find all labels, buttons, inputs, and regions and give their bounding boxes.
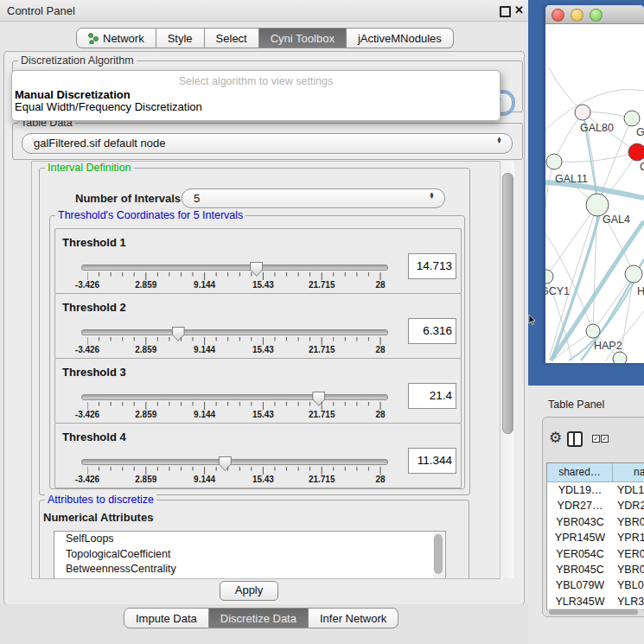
slider-track[interactable]: [81, 394, 388, 400]
zoom-traffic-light-icon[interactable]: [590, 9, 603, 22]
attribute-list-item[interactable]: TopologicalCoefficient: [54, 547, 445, 563]
threshold-value-field[interactable]: 21.4: [408, 383, 456, 409]
numerical-attributes-list[interactable]: SelfLoopsTopologicalCoefficientBetweenne…: [54, 531, 446, 579]
gear-icon[interactable]: ⚙: [549, 429, 562, 447]
HAP2-node[interactable]: [586, 324, 600, 338]
network-edge: [549, 67, 583, 112]
cell-name[interactable]: YDR2: [613, 498, 644, 513]
columns-icon[interactable]: [567, 431, 583, 447]
bottom-node[interactable]: [613, 352, 627, 363]
network-edge: [554, 152, 637, 163]
group-title: Interval Definition: [45, 162, 134, 174]
cell-shared-name[interactable]: YLR345W: [547, 594, 613, 609]
threshold-value-field[interactable]: 6.316: [408, 318, 456, 344]
network-window-titlebar[interactable]: [545, 5, 644, 24]
node-label: GA: [636, 126, 644, 138]
scrollbar-thumb[interactable]: [549, 609, 638, 615]
cell-shared-name[interactable]: YDR27…: [547, 498, 613, 513]
slider-ticks: [87, 272, 382, 281]
cell-shared-name[interactable]: YPR145W: [547, 530, 613, 545]
table-horizontal-scrollbar[interactable]: [547, 609, 642, 615]
slider-track[interactable]: [81, 329, 388, 335]
close-icon[interactable]: ✕: [514, 3, 524, 16]
GAL80-node[interactable]: [575, 105, 590, 120]
threshold-value-field[interactable]: 11.344: [408, 448, 456, 474]
slider-tick-label: 28: [375, 345, 385, 354]
table-row[interactable]: YPR145W YPR1: [547, 530, 644, 545]
node-table[interactable]: shared… na YDL19… YDL1 YDR27… YDR2 YBR04…: [546, 462, 644, 610]
combo-value: 5: [194, 192, 200, 205]
table-row[interactable]: YBR045C YBR0: [547, 562, 644, 577]
red-node[interactable]: [628, 143, 644, 161]
tab-label: Discretize Data: [220, 612, 296, 625]
checkbox-icon[interactable]: ✓: [601, 435, 609, 443]
cell-name[interactable]: YBL0: [613, 577, 644, 593]
thresholds-group: Threshold's Coordinates for 5 Intervals …: [49, 215, 465, 489]
corner-node[interactable]: [624, 111, 640, 126]
scrollbar-thumb[interactable]: [434, 534, 443, 574]
tab-infer-network[interactable]: Infer Network: [309, 608, 399, 628]
popup-option-manual-discretization[interactable]: Manual Discretization: [15, 88, 131, 101]
cell-name[interactable]: YLR3: [613, 594, 644, 609]
cell-shared-name[interactable]: YDL19…: [547, 482, 613, 498]
float-window-icon[interactable]: [500, 6, 511, 17]
cell-shared-name[interactable]: YBR045C: [547, 562, 613, 577]
network-edge: [545, 233, 593, 331]
table-row[interactable]: YDR27… YDR2: [547, 498, 644, 513]
tab-discretize-data[interactable]: Discretize Data: [209, 608, 309, 628]
column-header-shared-name[interactable]: shared…: [547, 463, 613, 481]
cell-shared-name[interactable]: YBR043C: [547, 514, 613, 530]
slider-tick-label: -3.426: [75, 475, 99, 484]
threshold-value-field[interactable]: 14.713: [408, 253, 456, 279]
table-data-combobox[interactable]: galFiltered.sif default node ▲▼: [22, 133, 513, 154]
node-label: GAL4: [603, 214, 630, 226]
table-row[interactable]: YLR345W YLR3: [547, 594, 644, 609]
scrollbar-thumb[interactable]: [502, 173, 513, 434]
cyni-toolbox-panel: Discretization Algorithm ▲▼ Table Data g…: [3, 51, 525, 605]
slider-track[interactable]: [81, 265, 388, 271]
node-label: H: [637, 285, 644, 297]
popup-option-equal-width-frequency[interactable]: Equal Width/Frequency Discretization: [15, 100, 202, 113]
cell-name[interactable]: YDL1: [613, 482, 644, 498]
H-node[interactable]: [625, 265, 642, 283]
panel-title: Control Panel: [7, 4, 75, 17]
tab-label: Cyni Toolbox: [271, 32, 335, 45]
attribute-list-item[interactable]: BetweennessCentrality: [54, 562, 445, 577]
tab-label: Infer Network: [320, 612, 386, 625]
threshold-label: Threshold 1: [62, 236, 126, 249]
table-row[interactable]: YBR043C YBR0: [547, 514, 644, 530]
settings-vertical-scrollbar[interactable]: [500, 161, 514, 578]
table-row[interactable]: YDL19… YDL1: [547, 482, 644, 498]
tab-jactivemnodules[interactable]: jActiveMNodules: [347, 28, 454, 48]
slider-track[interactable]: [81, 459, 388, 465]
minimize-traffic-light-icon[interactable]: [571, 9, 583, 22]
control-panel-titlebar: Control Panel ✕: [0, 0, 528, 22]
network-view-window: GAL80GACGAL11GAL4GCY1HHAP2: [545, 5, 644, 363]
tab-style[interactable]: Style: [156, 28, 205, 48]
cell-name[interactable]: YPR1: [613, 530, 644, 545]
tab-cyni-toolbox[interactable]: Cyni Toolbox: [259, 28, 347, 48]
table-row[interactable]: YBL079W YBL0: [547, 577, 644, 593]
column-header-name[interactable]: na: [613, 463, 644, 481]
cell-name[interactable]: YBR0: [613, 514, 644, 530]
checkbox-icon[interactable]: ✓: [592, 435, 600, 443]
tab-network[interactable]: Network: [76, 28, 156, 48]
attribute-list-item[interactable]: SelfLoops: [54, 532, 445, 547]
network-icon: [88, 33, 99, 44]
GCY1-node[interactable]: [545, 270, 553, 284]
apply-button[interactable]: Apply: [220, 581, 278, 601]
tab-impute-data[interactable]: Impute Data: [124, 608, 209, 628]
slider-tick-label: 21.715: [309, 345, 335, 354]
num-intervals-combobox[interactable]: 5 ▲▼: [182, 188, 445, 208]
tab-select[interactable]: Select: [205, 28, 259, 48]
cell-shared-name[interactable]: YER054C: [547, 546, 613, 562]
cell-shared-name[interactable]: YBL079W: [547, 577, 613, 593]
network-canvas[interactable]: GAL80GACGAL11GAL4GCY1HHAP2: [545, 23, 644, 363]
table-panel-title: Table Panel: [548, 399, 604, 411]
cell-name[interactable]: YER0: [613, 546, 644, 562]
table-row[interactable]: YER054C YER0: [547, 546, 644, 562]
cell-name[interactable]: YBR0: [613, 562, 644, 577]
close-traffic-light-icon[interactable]: [552, 9, 564, 22]
attributes-scrollbar[interactable]: [433, 532, 444, 579]
GAL11-node[interactable]: [546, 154, 562, 169]
